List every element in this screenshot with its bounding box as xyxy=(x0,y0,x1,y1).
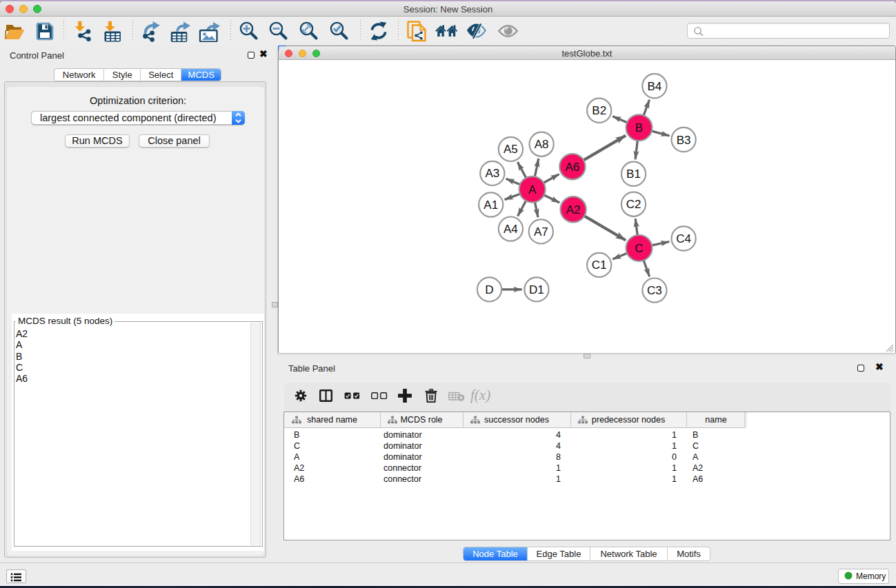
svg-text:B1: B1 xyxy=(626,168,641,181)
svg-text:C2: C2 xyxy=(626,198,641,211)
svg-text:A6: A6 xyxy=(566,161,580,174)
svg-text:B: B xyxy=(635,121,643,134)
svg-text:A: A xyxy=(528,183,537,196)
svg-text:C3: C3 xyxy=(647,284,662,297)
svg-text:D: D xyxy=(485,283,493,296)
svg-text:C4: C4 xyxy=(676,232,691,245)
svg-text:A4: A4 xyxy=(504,223,518,236)
svg-text:B4: B4 xyxy=(648,80,662,93)
svg-text:A1: A1 xyxy=(484,199,498,212)
svg-text:A8: A8 xyxy=(535,138,549,151)
svg-text:C1: C1 xyxy=(592,258,607,272)
svg-text:C: C xyxy=(635,242,643,255)
svg-text:A3: A3 xyxy=(485,167,499,180)
svg-text:B2: B2 xyxy=(592,104,606,117)
svg-text:A5: A5 xyxy=(504,143,518,156)
svg-text:A7: A7 xyxy=(534,225,548,239)
svg-text:A2: A2 xyxy=(566,203,581,216)
svg-text:B3: B3 xyxy=(677,134,691,147)
svg-text:D1: D1 xyxy=(529,283,544,296)
